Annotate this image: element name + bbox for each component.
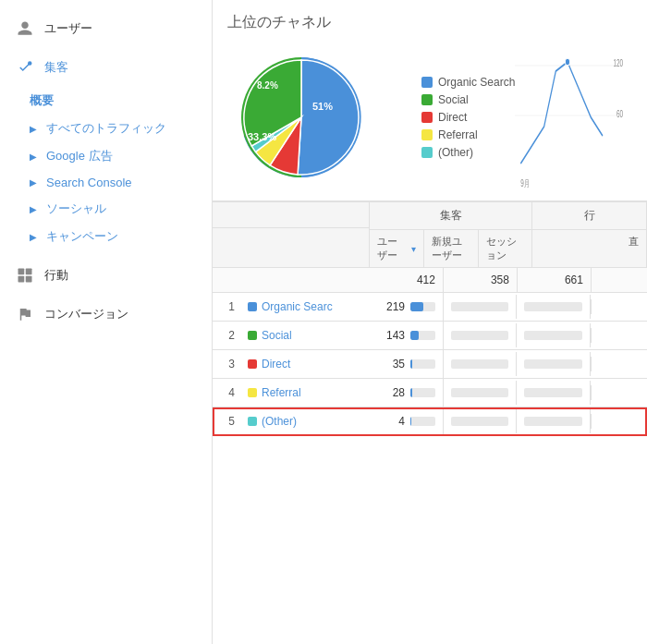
row-users-val: 4 (377, 415, 405, 428)
sidebar-item-acquisition[interactable]: 集客 (0, 48, 212, 87)
table-row: 4 Referral 28 (213, 379, 647, 407)
y-label-60: 60 (616, 108, 623, 119)
legend-label-direct: Direct (438, 111, 467, 124)
row-channel-cell: Direct (240, 350, 370, 378)
sidebar-item-users[interactable]: ユーザー (0, 9, 212, 48)
row-direct (591, 414, 647, 429)
col-header-new-users[interactable]: 新規ユーザー (424, 230, 479, 267)
row-sessions-bar (517, 409, 591, 433)
row-direct (591, 299, 647, 314)
col-header-sessions[interactable]: セッション (479, 230, 532, 267)
row-channel-cell: Referral (240, 379, 370, 407)
row-channel-cell: Organic Searc (240, 293, 370, 321)
sidebar-sub-google-ads[interactable]: ▶ Google 広告 (0, 142, 212, 170)
legend-other: (Other) (421, 146, 515, 159)
channel-dot (248, 302, 257, 311)
row-new-users-bar (444, 295, 518, 319)
social-label: ソーシャル (46, 200, 106, 217)
legend-organic: Organic Search (421, 76, 515, 89)
legend-dot-other (421, 147, 433, 158)
legend-label-social: Social (438, 93, 469, 106)
channel-link[interactable]: Organic Searc (262, 300, 333, 313)
sidebar-label-acquisition: 集客 (44, 59, 68, 76)
pie-chart: 51% 33.3% 8.2% (227, 43, 403, 191)
svg-rect-4 (26, 276, 32, 283)
row-rank: 1 (213, 293, 240, 321)
overview-label: 概要 (30, 92, 54, 109)
row-users-val: 143 (377, 329, 405, 342)
acquisition-icon (15, 57, 35, 78)
google-ads-label: Google 広告 (46, 148, 113, 164)
sidebar-sub-search-console[interactable]: ▶ Search Console (0, 170, 212, 195)
row-sessions-bar (517, 323, 591, 347)
total-new-users: 358 (444, 268, 518, 292)
bar-fill (410, 302, 423, 311)
arrow-icon: ▶ (30, 232, 41, 242)
legend-social: Social (421, 93, 515, 106)
row-sessions-bar (517, 352, 591, 376)
svg-point-0 (29, 62, 31, 65)
bar-track-2 (451, 388, 509, 397)
row-users-val: 219 (377, 300, 405, 313)
pie-canvas (227, 43, 375, 191)
bar-track-3 (524, 417, 582, 426)
x-label-sept: 9月 (521, 177, 531, 188)
channel-link[interactable]: Social (262, 329, 292, 342)
total-users: 412 (370, 268, 444, 292)
col-header-direct[interactable]: 直 (532, 230, 646, 253)
sidebar-item-behavior[interactable]: 行動 (0, 256, 212, 295)
table-rows: 1 Organic Searc 219 2 Social 143 (213, 293, 647, 436)
section-title: 上位のチャネル (227, 13, 632, 32)
channel-dot (248, 331, 257, 340)
row-users-bar: 35 (370, 350, 444, 378)
row-new-users-bar (444, 352, 518, 376)
legend-dot-organic (421, 77, 433, 88)
row-direct (591, 385, 647, 400)
bar-track-2 (451, 331, 509, 340)
arrow-icon: ▶ (30, 152, 41, 162)
bar-track-3 (524, 331, 582, 340)
col-group-acquisition: 集客 ユーザー ▾ 新規ユーザー セッション (370, 202, 532, 267)
row-users-bar: 28 (370, 379, 444, 407)
row-sessions-bar (517, 381, 591, 405)
chart-area: 51% 33.3% 8.2% Organic Search Social Dir… (227, 43, 632, 191)
svg-rect-2 (26, 269, 32, 275)
col-group-behavior: 行 直 (532, 202, 647, 267)
legend-label-other: (Other) (438, 146, 473, 159)
group-header-behavior: 行 (532, 202, 646, 230)
line-chart: 120 60 9月 (515, 43, 632, 191)
channel-link[interactable]: Direct (262, 358, 290, 371)
row-new-users-bar (444, 409, 518, 433)
sidebar-sub-overview[interactable]: 概要 (0, 87, 212, 115)
arrow-icon: ▶ (30, 124, 41, 134)
legend-label-referral: Referral (438, 128, 478, 141)
channel-link[interactable]: Referral (262, 386, 301, 399)
channel-dot (248, 417, 257, 426)
top-section: 上位のチャネル (213, 0, 647, 201)
col-header-users[interactable]: ユーザー ▾ (370, 230, 424, 267)
sidebar-label-conversion: コンバージョン (44, 306, 128, 322)
sidebar-item-conversion[interactable]: コンバージョン (0, 295, 212, 334)
users-icon (15, 18, 35, 39)
sidebar-sub-all-traffic[interactable]: ▶ すべてのトラフィック (0, 115, 212, 142)
sidebar-label-behavior: 行動 (44, 267, 68, 284)
all-traffic-label: すべてのトラフィック (46, 120, 166, 137)
sidebar-label-users: ユーザー (44, 20, 92, 37)
row-channel-cell: Social (240, 322, 370, 349)
row-users-val: 35 (377, 358, 405, 371)
row-users-bar: 219 (370, 293, 444, 321)
svg-rect-1 (18, 269, 25, 275)
bar-track (410, 388, 435, 397)
channel-dot (248, 359, 257, 369)
bar-fill (410, 388, 412, 397)
table-row: 5 (Other) 4 (213, 407, 647, 436)
row-direct (591, 357, 647, 371)
row-new-users-bar (444, 323, 518, 347)
search-console-label: Search Console (46, 176, 132, 189)
channel-link[interactable]: (Other) (262, 415, 297, 428)
sidebar-sub-social[interactable]: ▶ ソーシャル (0, 195, 212, 223)
main-content: 上位のチャネル (213, 0, 647, 644)
row-users-bar: 4 (370, 407, 444, 435)
bar-track (410, 417, 435, 426)
sidebar-sub-campaign[interactable]: ▶ キャンペーン (0, 223, 212, 250)
